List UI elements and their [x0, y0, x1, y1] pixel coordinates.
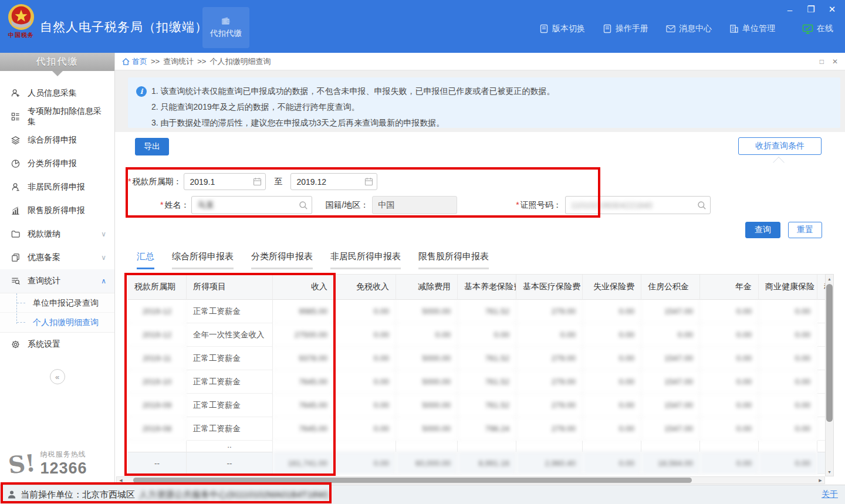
total-clipped [817, 452, 825, 474]
cell-income-item: 正常工资薪金 [187, 370, 273, 394]
breadcrumb: 首页 >> 查询统计 >> 个人扣缴明细查询 □ ✕ [115, 53, 845, 70]
export-button[interactable]: 导出 [135, 138, 169, 155]
summary-table: 税款所属期 所得项目 收入 免税收入 减除费用 基本养老保险费 基本医疗保险费 … [128, 274, 825, 475]
cell-housing-fund: 1547.00 [641, 300, 700, 323]
total-medical: 2,960.40 [516, 452, 583, 474]
about-link[interactable]: 关于 [822, 489, 838, 500]
panel-popout-icon[interactable]: □ [820, 57, 824, 66]
calendar-icon [253, 177, 262, 186]
vertical-scrollbar[interactable]: ▲ ▼ [825, 274, 834, 476]
menu-unit-management[interactable]: 单位管理 [729, 23, 775, 34]
cell-unemployment: 0.00 [583, 300, 641, 323]
name-value: 马某 [197, 200, 214, 211]
sidebar-item-label: 专项附加扣除信息采集 [28, 106, 106, 127]
sidebar-item-preferential-filing[interactable]: 优惠备案 ∨ [0, 246, 114, 269]
total-health-insurance: 0.00 [759, 452, 817, 474]
table-row[interactable]: 2019-08 正常工资薪金 7645.00 0.00 5000.00 798.… [128, 417, 825, 441]
national-emblem-icon [8, 4, 35, 31]
breadcrumb-item-query-statistics[interactable]: 查询统计 [163, 56, 194, 67]
search-icon[interactable] [299, 201, 308, 210]
notice-line-1: 1. 该查询统计表仅能查询已申报成功的数据，不包含未申报、申报失败，已申报但已作… [151, 83, 555, 99]
col-header: 收入 [273, 275, 334, 300]
menu-message-center[interactable]: 消息中心 [666, 23, 712, 34]
nav-tab-daikoudaijiao[interactable]: 代扣代缴 [202, 7, 249, 48]
sidebar-item-personnel-info[interactable]: 人员信息采集 [0, 82, 114, 105]
scroll-right-arrow[interactable]: ▶ [816, 478, 824, 483]
query-form: *税款所属期： 2019.1 至 2019.12 *姓名： 马某 国籍/地区： … [128, 168, 840, 218]
cell-income-item: 正常工资薪金 [187, 394, 273, 417]
tab-comprehensive-income[interactable]: 综合所得申报表 [172, 251, 234, 269]
id-number-input[interactable]: 110102199304221840 [565, 196, 711, 214]
close-button[interactable]: ✕ [824, 2, 840, 16]
menu-version-switch[interactable]: 版本切换 [539, 23, 585, 34]
horizontal-scroll-thumb[interactable] [133, 478, 692, 483]
cell-income-item: 全年一次性奖金收入 [187, 323, 273, 347]
query-button[interactable]: 查询 [745, 222, 780, 238]
scroll-up-arrow[interactable]: ▲ [826, 275, 833, 283]
menu-manual[interactable]: 操作手册 [603, 23, 648, 34]
breadcrumb-home[interactable]: 首页 [122, 56, 147, 67]
sidebar-item-system-settings[interactable]: 系统设置 [0, 333, 114, 356]
cell-deduction: 5000.00 [396, 370, 458, 394]
emblem-caption: 中国税务 [5, 31, 38, 39]
table-row[interactable]: 2019-10 正常工资薪金 7645.00 0.00 5000.00 761.… [128, 370, 825, 394]
document-icon [539, 24, 549, 33]
table-row[interactable]: 2019-12 正常工资薪金 9985.00 0.00 5000.00 761.… [128, 300, 825, 323]
cell-pension: 761.52 [458, 370, 516, 394]
sidebar-subitem-personal-withholding-query[interactable]: 个人扣缴明细查询 [0, 313, 114, 332]
sidebar-collapse-button[interactable]: « [50, 369, 65, 384]
sidebar: 代扣代缴 人员信息采集 专项附加扣除信息采集 综合所得申报 分类所得申报 非居民… [0, 53, 115, 485]
layers-icon [11, 136, 21, 145]
sidebar-item-classified-income[interactable]: 分类所得申报 [0, 152, 114, 175]
table-row[interactable]: 2019-11 正常工资薪金 9378.00 0.00 5000.00 761.… [128, 347, 825, 370]
hotline-number: 12366 [40, 459, 87, 478]
online-label: 在线 [817, 23, 833, 34]
vertical-scroll-thumb[interactable] [826, 284, 833, 422]
collapse-query-conditions-button[interactable]: 收折查询条件 [738, 137, 822, 155]
horizontal-scrollbar[interactable]: ◀ ▶ [116, 476, 825, 484]
calendar-icon [364, 177, 373, 186]
period-from-input[interactable]: 2019.1 [184, 173, 266, 190]
chevron-up-icon: ∧ [101, 277, 106, 285]
cell-deduction: 5000.00 [396, 417, 458, 441]
sidebar-item-query-statistics[interactable]: 查询统计 ∧ [0, 269, 114, 293]
list-icon [11, 112, 21, 121]
cell-unemployment: 0.00 [583, 394, 641, 417]
tab-restricted-shares[interactable]: 限售股所得申报表 [418, 251, 489, 269]
table-row[interactable]: 2019-09 正常工资薪金 7645.00 0.00 5000.00 761.… [128, 394, 825, 417]
total-annuity: 0.00 [700, 452, 759, 474]
cell-unemployment: 0.00 [583, 417, 641, 441]
sidebar-item-nonresident-income[interactable]: 非居民所得申报 [0, 175, 114, 199]
search-icon[interactable] [697, 201, 707, 210]
info-icon: i [136, 86, 147, 97]
restore-button[interactable]: ❐ [803, 2, 819, 16]
table-row-partial: .. [128, 441, 825, 452]
panel-close-icon[interactable]: ✕ [832, 57, 838, 66]
sidebar-item-tax-payment[interactable]: 税款缴纳 ∨ [0, 222, 114, 246]
scroll-down-arrow[interactable]: ▼ [826, 468, 833, 476]
sidebar-subitem-unit-declaration-query[interactable]: 单位申报记录查询 [0, 293, 114, 313]
sidebar-item-comprehensive-income[interactable]: 综合所得申报 [0, 128, 114, 152]
menu-label: 版本切换 [552, 23, 585, 34]
total-income: 161,741.00 [273, 452, 334, 474]
tab-summary[interactable]: 汇总 [137, 251, 154, 269]
mail-icon [666, 24, 675, 33]
sidebar-item-special-deduction[interactable]: 专项附加扣除信息采集 [0, 105, 114, 128]
person-add-icon [11, 89, 21, 98]
tab-nonresident-income[interactable]: 非居民所得申报表 [330, 251, 401, 269]
period-to-input[interactable]: 2019.12 [290, 173, 377, 190]
scroll-left-arrow[interactable]: ◀ [117, 478, 125, 483]
reset-button[interactable]: 重置 [788, 222, 822, 238]
to-label: 至 [274, 177, 282, 187]
online-status[interactable]: 在线 [802, 23, 833, 34]
minimize-button[interactable]: – [782, 2, 798, 16]
sidebar-item-label: 优惠备案 [28, 252, 94, 263]
tab-classified-income[interactable]: 分类所得申报表 [251, 251, 313, 269]
name-input[interactable]: 马某 [191, 196, 312, 214]
table-row[interactable]: 2019-12 全年一次性奖金收入 27500.00 0.00 0.00 0.0… [128, 323, 825, 347]
hotline-block: S! 纳税服务热线 12366 [0, 449, 115, 478]
header-menu: 版本切换 操作手册 消息中心 单位管理 在线 [539, 23, 833, 34]
building-icon [729, 24, 739, 33]
period-from-value: 2019.1 [190, 177, 215, 187]
sidebar-item-restricted-shares[interactable]: 限售股所得申报 [0, 199, 114, 222]
